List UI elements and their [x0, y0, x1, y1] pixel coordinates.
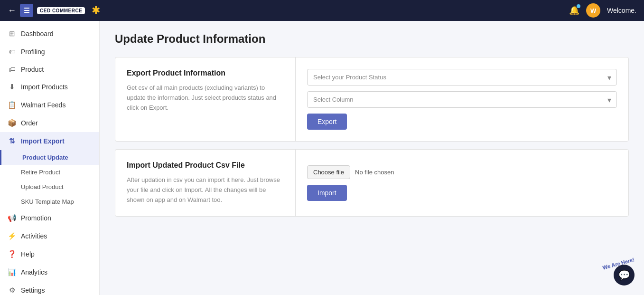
sidebar-item-label: Settings — [21, 286, 45, 294]
notification-dot — [577, 4, 580, 8]
import-description: After updation in csv you can import it … — [127, 175, 284, 205]
main-content: Update Product Information Export Produc… — [100, 21, 644, 295]
product-status-select[interactable]: Select your Product Status — [307, 69, 617, 86]
profiling-icon: 🏷 — [8, 48, 16, 56]
export-card-left: Export Product Information Get csv of al… — [115, 57, 296, 141]
logo-icon: ☰ — [20, 4, 33, 17]
import-products-icon: ⬇ — [8, 83, 16, 91]
notification-bell[interactable]: 🔔 — [569, 5, 579, 16]
import-heading: Import Updated Product Csv File — [127, 161, 284, 170]
export-card: Export Product Information Get csv of al… — [115, 57, 629, 142]
sidebar-subitem-upload-product[interactable]: Upload Product — [0, 180, 99, 194]
sidebar-item-label: Analytics — [21, 268, 47, 276]
choose-file-label[interactable]: Choose file — [307, 165, 350, 179]
column-select[interactable]: Select Column — [307, 91, 617, 108]
product-icon: 🏷 — [8, 65, 16, 73]
subitem-label: Retire Product — [21, 169, 60, 176]
subitem-label: Product Update — [22, 154, 68, 161]
import-card: Import Updated Product Csv File After up… — [115, 149, 629, 217]
promotion-icon: 📢 — [8, 214, 16, 222]
sidebar-item-label: Import Products — [21, 83, 68, 91]
back-button[interactable]: ← — [8, 6, 16, 16]
help-icon: ❓ — [8, 250, 16, 258]
sidebar-item-product[interactable]: 🏷 Product — [0, 60, 99, 78]
import-button[interactable]: Import — [307, 185, 347, 201]
walmart-logo-icon: ✱ — [92, 4, 100, 17]
layout: ⊞ Dashboard 🏷 Profiling 🏷 Product ⬇ Impo… — [0, 21, 644, 295]
chat-widget[interactable]: We Are Here! 💬 — [614, 265, 635, 285]
welcome-text: Welcome. — [607, 7, 636, 14]
logo: ☰ CED COMMERCE ✱ — [20, 4, 100, 17]
sidebar-item-label: Help — [21, 250, 35, 258]
sidebar-item-label: Promotion — [21, 214, 51, 222]
subitem-label: Upload Product — [21, 183, 64, 190]
sidebar-item-label: Import Export — [21, 137, 65, 145]
sidebar-item-walmart-feeds[interactable]: 📋 Walmart Feeds — [0, 96, 99, 114]
sidebar-item-help[interactable]: ❓ Help — [0, 245, 99, 263]
topnav: ← ☰ CED COMMERCE ✱ 🔔 W Welcome. — [0, 0, 644, 21]
column-select-wrapper: Select Column — [307, 91, 617, 108]
sidebar-item-label: Product — [21, 66, 44, 73]
sidebar-item-activities[interactable]: ⚡ Activities — [0, 227, 99, 245]
sidebar-item-settings[interactable]: ⚙ Settings — [0, 281, 99, 295]
subitem-label: SKU Template Map — [21, 198, 74, 205]
sidebar-item-label: Dashboard — [21, 30, 54, 38]
export-description: Get csv of all main products (excluding … — [127, 83, 284, 113]
logo-text: CED COMMERCE — [37, 7, 85, 14]
import-export-icon: ⇅ — [8, 137, 16, 145]
sidebar-subitem-product-update[interactable]: Product Update — [0, 150, 99, 165]
sidebar-item-label: Order — [21, 119, 38, 127]
sidebar-subitem-retire-product[interactable]: Retire Product — [0, 165, 99, 180]
sidebar-item-import-products[interactable]: ⬇ Import Products — [0, 78, 99, 96]
sidebar: ⊞ Dashboard 🏷 Profiling 🏷 Product ⬇ Impo… — [0, 21, 100, 295]
sidebar-item-dashboard[interactable]: ⊞ Dashboard — [0, 25, 99, 43]
export-card-right: Select your Product Status Select Column… — [296, 57, 628, 141]
product-status-select-wrapper: Select your Product Status — [307, 69, 617, 86]
sidebar-item-analytics[interactable]: 📊 Analytics — [0, 263, 99, 281]
sidebar-item-label: Walmart Feeds — [21, 101, 65, 109]
sidebar-item-label: Profiling — [21, 48, 45, 56]
dashboard-icon: ⊞ — [8, 29, 16, 38]
import-card-right: Choose file No file chosen Import — [296, 150, 628, 216]
export-button[interactable]: Export — [307, 114, 347, 130]
page-title: Update Product Information — [115, 32, 629, 46]
file-section: Choose file No file chosen — [307, 165, 617, 179]
sidebar-item-import-export[interactable]: ⇅ Import Export — [0, 132, 99, 150]
chat-button[interactable]: 💬 — [614, 265, 635, 285]
sidebar-item-order[interactable]: 📦 Order — [0, 114, 99, 132]
settings-icon: ⚙ — [8, 286, 16, 295]
walmart-feeds-icon: 📋 — [8, 101, 16, 109]
sidebar-item-profiling[interactable]: 🏷 Profiling — [0, 43, 99, 60]
no-file-text: No file chosen — [355, 169, 394, 176]
export-heading: Export Product Information — [127, 69, 284, 77]
import-card-left: Import Updated Product Csv File After up… — [115, 150, 296, 216]
avatar[interactable]: W — [586, 3, 600, 18]
topnav-right: 🔔 W Welcome. — [569, 3, 636, 18]
analytics-icon: 📊 — [8, 268, 16, 276]
sidebar-item-label: Activities — [21, 232, 47, 240]
sidebar-item-promotion[interactable]: 📢 Promotion — [0, 209, 99, 227]
sidebar-subitem-sku-template-map[interactable]: SKU Template Map — [0, 194, 99, 209]
activities-icon: ⚡ — [8, 232, 16, 240]
order-icon: 📦 — [8, 119, 16, 127]
